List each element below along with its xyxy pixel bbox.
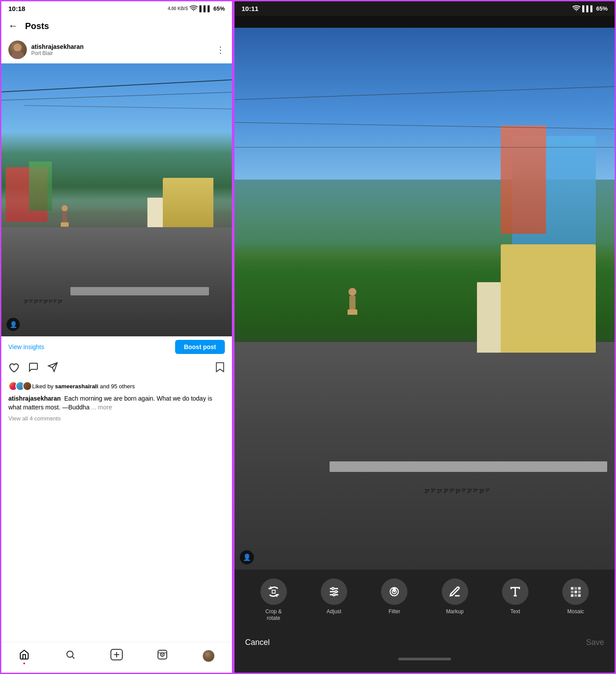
insights-boost-bar: View insights Boost post [1, 336, 232, 357]
post-actions-left [8, 362, 59, 375]
tool-filter[interactable]: Filter [377, 578, 412, 615]
road-line-right [330, 461, 607, 472]
svg-point-12 [162, 654, 163, 655]
pigeons-right: 🕊🕊🕊🕊🕊🕊🕊🕊🕊🕊🕊 [425, 488, 596, 494]
wifi-icon-right [572, 5, 580, 12]
tool-crop-rotate[interactable]: Crop &rotate [256, 578, 291, 622]
svg-rect-29 [571, 587, 574, 589]
truck-right [501, 244, 596, 353]
crop-rotate-label: Crop &rotate [265, 608, 282, 622]
left-panel: 10:18 4.00 KB/S ▌▌▌ 65% ← Posts [0, 0, 233, 674]
user-details: atishrajasekharan Port Blair [31, 43, 84, 56]
signal-icon-right: ▌▌▌ [582, 5, 594, 12]
likes-text: Liked by sameerashairali and 95 others [32, 383, 135, 390]
svg-rect-36 [575, 594, 577, 597]
svg-line-6 [72, 656, 74, 658]
nav-search[interactable] [65, 649, 76, 663]
view-comments-link[interactable]: View all 4 comments [1, 413, 232, 424]
like-button[interactable] [8, 362, 20, 375]
speed-indicator: 4.00 KB/S [168, 6, 188, 11]
status-icons-left: 4.00 KB/S ▌▌▌ 65% [168, 5, 225, 12]
black-top-bar: 10:11 ▌▌▌ 65% [235, 1, 615, 28]
home-active-dot [23, 663, 25, 664]
nav-profile[interactable] [202, 650, 215, 662]
mosaic-icon-circle [562, 578, 589, 605]
text-icon-circle [502, 578, 528, 605]
filter-icon-circle [381, 578, 407, 605]
edit-user-icon: 👤 [240, 550, 254, 564]
tool-markup[interactable]: Markup [437, 578, 473, 615]
mosaic-label: Mosaic [567, 608, 584, 615]
svg-rect-30 [575, 587, 577, 589]
nav-add[interactable] [110, 649, 123, 663]
post-image: 🕊🕊🕊🕊🕊🕊🕊🕊 👤 [1, 63, 232, 336]
edit-tools-row: Crop &rotate [235, 578, 615, 622]
svg-point-21 [335, 590, 337, 593]
post-actions-bar [1, 357, 232, 379]
road [1, 227, 232, 336]
svg-point-2 [11, 51, 24, 59]
tool-adjust[interactable]: Adjust [316, 578, 352, 615]
edit-photo: 🕊🕊🕊🕊🕊🕊🕊🕊🕊🕊🕊 👤 [235, 28, 615, 570]
caption-more[interactable]: ... more [91, 404, 112, 411]
nav-home[interactable] [18, 649, 30, 663]
crop-rotate-icon-circle [260, 578, 287, 605]
liked-avatar-3 [22, 381, 32, 391]
tool-text[interactable]: Text [498, 578, 533, 615]
cancel-button[interactable]: Cancel [245, 638, 270, 647]
status-time-left: 10:18 [8, 5, 25, 12]
profile-avatar [202, 650, 215, 662]
back-button[interactable]: ← [8, 20, 18, 32]
svg-point-1 [14, 44, 22, 52]
location: Port Blair [31, 50, 84, 56]
signal-icon: ▌▌▌ [199, 5, 212, 12]
caption-row: atishrajasekharan Each morning we are bo… [1, 393, 232, 413]
status-bar-right: 10:11 ▌▌▌ 65% [235, 1, 615, 16]
comment-button[interactable] [28, 362, 39, 375]
avatar[interactable] [8, 41, 27, 59]
edit-image-area: 🕊🕊🕊🕊🕊🕊🕊🕊🕊🕊🕊 👤 [235, 28, 615, 570]
road-right [235, 342, 615, 570]
boost-post-button[interactable]: Boost post [175, 340, 225, 354]
building-red [501, 125, 546, 234]
svg-point-0 [193, 10, 194, 11]
more-options-button[interactable]: ⋮ [216, 44, 225, 55]
svg-rect-34 [578, 590, 581, 593]
svg-point-5 [67, 651, 73, 657]
liked-name[interactable]: sameerashairali [55, 383, 98, 390]
status-bar-left: 10:18 4.00 KB/S ▌▌▌ 65% [1, 1, 232, 16]
edit-bottom-bar: Cancel Save [235, 631, 615, 654]
markup-label: Markup [446, 608, 464, 615]
battery-right: 65% [596, 5, 608, 12]
svg-rect-15 [272, 590, 275, 593]
truck [163, 178, 213, 227]
post-user-info: atishrajasekharan Port Blair [8, 41, 84, 59]
wifi-icon [190, 5, 198, 12]
right-panel: 10:11 ▌▌▌ 65% [233, 0, 616, 674]
home-indicator-right [398, 658, 451, 660]
liked-avatars [8, 381, 29, 391]
svg-rect-33 [575, 590, 577, 593]
page-title: Posts [25, 21, 49, 31]
status-time-right: 10:11 [242, 5, 258, 12]
svg-rect-37 [578, 594, 581, 597]
battery-left: 65% [213, 5, 225, 12]
bottom-nav [1, 642, 232, 673]
svg-rect-35 [571, 594, 574, 597]
svg-point-24 [333, 593, 335, 596]
person-right [341, 288, 364, 396]
post-header: atishrajasekharan Port Blair ⋮ [1, 36, 232, 63]
save-button[interactable]: Save [586, 638, 604, 647]
reels-icon [157, 649, 168, 663]
share-button[interactable] [47, 362, 59, 375]
tool-mosaic[interactable]: Mosaic [558, 578, 593, 615]
username[interactable]: atishrajasekharan [31, 43, 84, 50]
save-button[interactable] [215, 362, 225, 375]
nav-reels[interactable] [157, 649, 168, 663]
adjust-icon-circle [321, 578, 347, 605]
svg-point-18 [332, 587, 334, 589]
text-label: Text [510, 608, 520, 615]
caption-username[interactable]: atishrajasekharan [8, 395, 61, 402]
view-insights-link[interactable]: View insights [8, 343, 44, 350]
post-user-icon: 👤 [7, 318, 20, 331]
